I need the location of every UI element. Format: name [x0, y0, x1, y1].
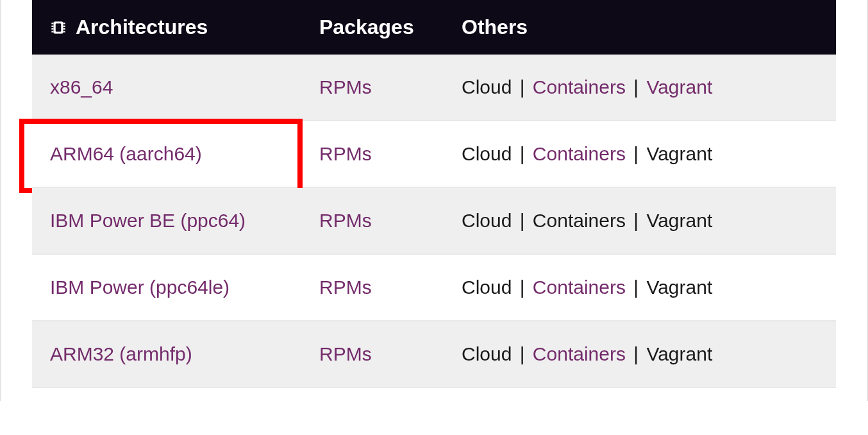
others-vagrant: Vagrant [646, 143, 712, 164]
separator: | [626, 343, 646, 364]
table-row: x86_64RPMsCloud | Containers | Vagrant [32, 55, 836, 121]
architecture-link[interactable]: IBM Power BE (ppc64) [50, 210, 246, 231]
packages-link[interactable]: RPMs [319, 210, 372, 231]
separator: | [512, 277, 532, 298]
packages-link[interactable]: RPMs [319, 277, 372, 298]
table-row: ARM64 (aarch64)RPMsCloud | Containers | … [32, 121, 836, 188]
table-row: ARM32 (armhfp)RPMsCloud | Containers | V… [32, 321, 836, 388]
others-cloud: Cloud [462, 277, 512, 298]
cell-others: Cloud | Containers | Vagrant [462, 277, 818, 298]
architecture-link[interactable]: ARM64 (aarch64) [50, 143, 202, 164]
others-containers[interactable]: Containers [533, 343, 626, 364]
separator: | [626, 143, 646, 164]
separator: | [626, 76, 646, 98]
table-row: IBM Power (ppc64le)RPMsCloud | Container… [32, 255, 836, 321]
separator: | [512, 343, 532, 364]
cell-packages: RPMs [319, 210, 462, 232]
architecture-link[interactable]: IBM Power (ppc64le) [50, 277, 230, 298]
others-containers[interactable]: Containers [533, 76, 626, 98]
downloads-table: Architectures Packages Others x86_64RPMs… [32, 0, 836, 388]
others-vagrant: Vagrant [646, 277, 712, 298]
header-packages: Packages [319, 15, 462, 39]
cell-architecture: x86_64 [50, 76, 319, 98]
page-container: Architectures Packages Others x86_64RPMs… [0, 0, 868, 401]
packages-link[interactable]: RPMs [319, 76, 372, 98]
cell-others: Cloud | Containers | Vagrant [462, 76, 818, 98]
cell-architecture: IBM Power (ppc64le) [50, 277, 319, 298]
separator: | [512, 143, 532, 164]
table-header-row: Architectures Packages Others [32, 0, 836, 55]
separator: | [512, 76, 532, 98]
header-packages-label: Packages [319, 15, 414, 38]
cell-others: Cloud | Containers | Vagrant [462, 143, 818, 165]
cell-packages: RPMs [319, 343, 462, 365]
others-containers: Containers [533, 210, 626, 231]
chip-icon [50, 17, 67, 38]
others-cloud: Cloud [462, 343, 512, 364]
others-cloud: Cloud [462, 210, 512, 231]
header-architectures-label: Architectures [76, 15, 208, 39]
cell-architecture: ARM32 (armhfp) [50, 343, 319, 365]
cell-architecture: IBM Power BE (ppc64) [50, 210, 319, 232]
packages-link[interactable]: RPMs [319, 343, 372, 364]
separator: | [626, 210, 646, 231]
separator: | [512, 210, 532, 231]
header-others-label: Others [462, 15, 528, 38]
others-vagrant: Vagrant [646, 343, 712, 364]
cell-packages: RPMs [319, 76, 462, 98]
cell-others: Cloud | Containers | Vagrant [462, 343, 818, 365]
cell-packages: RPMs [319, 143, 462, 165]
cell-others: Cloud | Containers | Vagrant [462, 210, 818, 232]
cell-architecture: ARM64 (aarch64) [50, 143, 319, 165]
others-vagrant[interactable]: Vagrant [646, 76, 712, 98]
others-containers[interactable]: Containers [533, 277, 626, 298]
packages-link[interactable]: RPMs [319, 143, 372, 164]
header-architectures: Architectures [50, 15, 319, 39]
architecture-link[interactable]: x86_64 [50, 76, 113, 98]
others-cloud: Cloud [462, 143, 512, 164]
others-cloud: Cloud [462, 76, 512, 98]
separator: | [626, 277, 646, 298]
svg-rect-1 [56, 23, 62, 31]
others-vagrant: Vagrant [646, 210, 712, 231]
architecture-link[interactable]: ARM32 (armhfp) [50, 343, 192, 364]
others-containers[interactable]: Containers [533, 143, 626, 164]
table-row: IBM Power BE (ppc64)RPMsCloud | Containe… [32, 188, 836, 255]
header-others: Others [462, 15, 818, 39]
cell-packages: RPMs [319, 277, 462, 298]
